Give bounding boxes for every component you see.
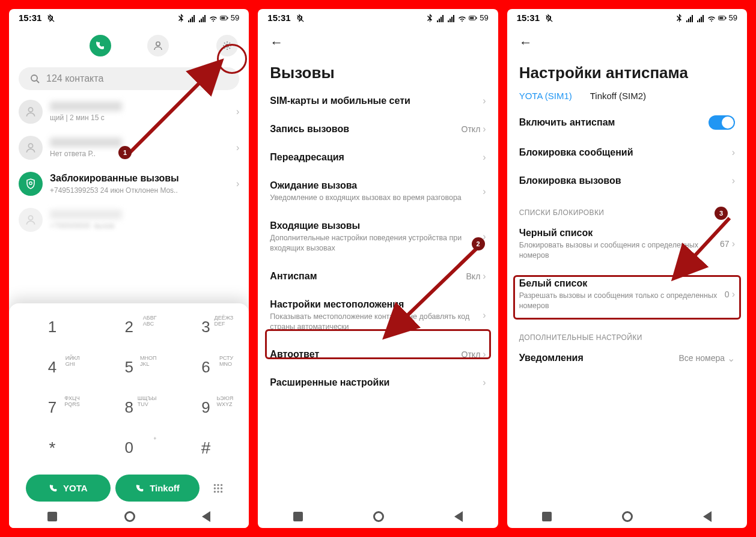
key-number: 3 [201,318,210,336]
nav-home[interactable] [373,511,384,522]
back-button[interactable]: ← [519,35,532,50]
dialpad-key[interactable]: 0+ [91,428,168,469]
settings-row[interactable]: Переадресация › [270,144,486,172]
nav-home[interactable] [622,511,633,522]
nav-home[interactable] [124,511,135,522]
call-sim2-button[interactable]: Tinkoff [115,475,200,502]
dialpad-toggle[interactable] [204,483,232,494]
dialpad-key[interactable]: 3ДЕЁЖЗDEF [168,307,245,347]
battery-level: 59 [231,13,239,22]
settings-row[interactable]: Настройки местоположения Показывать мест… [270,291,486,341]
row-value: Вкл [466,272,481,281]
row-blacklist[interactable]: Черный список Блокировать вызовы и сообщ… [519,219,735,270]
row-label: Включить антиспам [519,117,709,128]
row-block-messages[interactable]: Блокировка сообщений › [519,139,735,167]
search-input[interactable]: 124 контакта [19,67,239,90]
key-number: 5 [124,358,133,376]
section-blocklists: СПИСКИ БЛОКИРОВКИ [519,195,735,219]
key-number: 0 [124,438,133,457]
signal-1-icon [436,14,445,22]
section-extra: ДОПОЛНИТЕЛЬНЫЕ НАСТРОЙКИ [519,320,735,344]
settings-row[interactable]: SIM-карты и мобильные сети › [270,87,486,115]
key-letters: ШЩЪЫTUV [138,396,157,408]
dialpad-key[interactable]: 8ШЩЪЫTUV [91,387,168,428]
search-placeholder: 124 контакта [46,73,103,84]
shield-icon [19,172,43,196]
row-block-calls[interactable]: Блокировка вызовов › [519,167,735,195]
dialpad-key[interactable]: # [168,428,245,469]
nav-recents[interactable] [542,512,552,521]
sim-tab-1[interactable]: YOTA (SIM1) [519,91,572,101]
row-label: Автоответ [270,349,461,360]
back-button[interactable]: ← [270,35,283,50]
row-label: Ожидание вызова [270,180,483,191]
chevron-right-icon: › [236,106,239,117]
tab-calls[interactable] [90,35,111,56]
log-item-blocked[interactable]: Заблокированные вызовы +74951399253 24 и… [19,166,239,202]
sim-tab-2[interactable]: Tinkoff (SIM2) [590,91,646,101]
row-label: Блокировка сообщений [519,147,732,158]
dialpad-key[interactable]: 2АБВГABC [91,307,168,347]
settings-row[interactable]: Входящие вызовы Дополнительные настройки… [270,212,486,262]
bluetooth-icon [425,14,434,22]
dialpad-key[interactable]: 1 [14,307,91,347]
key-number: # [201,438,211,457]
key-letters: ИЙКЛGHI [66,356,80,368]
mute-icon [544,14,553,22]
status-bar: 15:31 59 [9,9,249,24]
log-item[interactable]: +700000000 вызов [19,202,239,238]
screen-1-dialer: 15:31 59 124 контакта [9,9,249,528]
key-letters: ФХЦЧPQRS [64,396,80,408]
row-notifications[interactable]: Уведомления Все номера ⌄ [519,344,735,373]
bluetooth-icon [675,14,683,22]
row-label: Черный список [519,228,720,238]
dialpad-key[interactable]: 9ЬЭЮЯWXYZ [168,387,245,428]
log-title-blurred [50,210,122,219]
signal-2-icon [447,14,456,22]
page-title: Вызовы [270,53,486,87]
settings-row[interactable]: Ожидание вызова Уведомление о входящих в… [270,172,486,212]
nav-recents[interactable] [47,512,57,521]
settings-button[interactable] [216,35,238,56]
nav-recents[interactable] [293,512,303,521]
nav-back[interactable] [454,511,463,522]
row-value: Все номера [678,353,725,363]
android-navbar [14,503,244,528]
settings-row[interactable]: Автоответ Откл › [270,341,486,369]
log-subtitle: щий | 2 мин 15 с [50,114,229,122]
chevron-right-icon: › [483,96,486,106]
row-label: SIM-карты и мобильные сети [270,96,483,106]
row-label: Расширенные настройки [270,377,483,388]
row-value: 0 [725,290,730,299]
dialpad-key[interactable]: * [14,428,91,469]
dialpad-key[interactable]: 4ИЙКЛGHI [14,347,91,387]
toggle-on[interactable] [709,115,735,130]
nav-back[interactable] [703,511,712,522]
settings-row[interactable]: Расширенные настройки › [270,369,486,397]
call-sim1-button[interactable]: YOTA [26,475,111,502]
nav-back[interactable] [202,511,210,522]
chevron-right-icon: › [483,377,486,388]
key-letters: + [153,436,156,442]
chevron-right-icon: › [236,178,239,189]
status-time: 15:31 [19,13,41,23]
android-navbar [507,503,747,528]
bluetooth-icon [177,14,185,22]
log-item[interactable]: щий | 2 мин 15 с › [19,94,239,130]
dialpad-key[interactable]: 6РСТУMNO [168,347,245,387]
sim-tabs: YOTA (SIM1) Tinkoff (SIM2) [519,87,735,107]
key-number: * [49,438,55,457]
row-whitelist[interactable]: Белый список Разрешать вызовы и сообщени… [519,270,735,320]
chevron-right-icon: › [483,152,486,163]
key-number: 2 [124,318,133,336]
status-bar: 15:31 59 [507,9,747,24]
log-item[interactable]: Нет ответа Р.. › [19,130,239,166]
log-subtitle: Нет ответа Р.. [50,150,229,158]
tab-contacts[interactable] [147,35,169,56]
settings-row[interactable]: Запись вызовов Откл › [270,115,486,144]
settings-row[interactable]: Антиспам Вкл › [270,262,486,291]
dialpad-key[interactable]: 7ФХЦЧPQRS [14,387,91,428]
row-enable-antispam[interactable]: Включить антиспам [519,107,735,139]
row-sub: Разрешать вызовы и сообщения только с оп… [519,291,725,311]
dialpad-key[interactable]: 5МНОПJKL [91,347,168,387]
